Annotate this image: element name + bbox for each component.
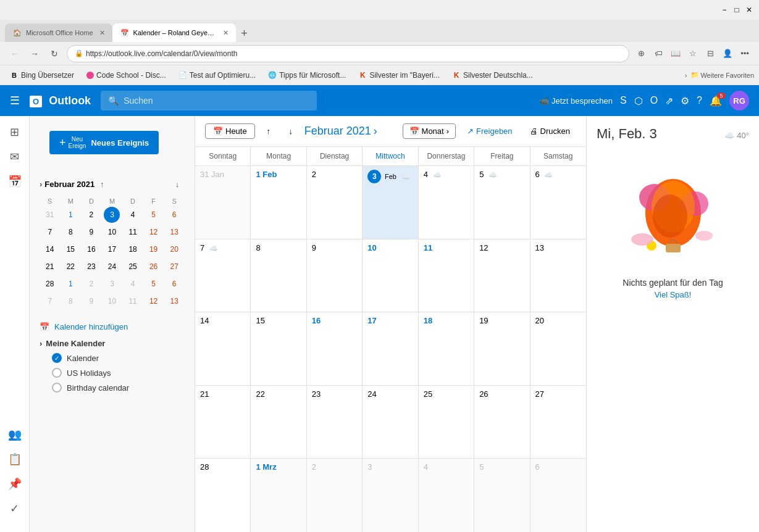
cell-6mrz[interactable]: 6 bbox=[530, 459, 586, 532]
cell-4mrz[interactable]: 4 bbox=[419, 459, 474, 532]
cell-1feb[interactable]: 1 Feb bbox=[251, 166, 306, 239]
cell-22[interactable]: 22 bbox=[251, 386, 306, 459]
mini-day-7mrz[interactable]: 7 bbox=[42, 293, 58, 309]
mini-day-11[interactable]: 11 bbox=[125, 224, 141, 240]
next-month-button[interactable]: ↓ bbox=[282, 123, 300, 140]
bookmark-bing[interactable]: B Bing Übersetzer bbox=[5, 70, 79, 81]
mini-day-22[interactable]: 22 bbox=[62, 259, 78, 275]
cell-31jan[interactable]: 31 Jan bbox=[195, 166, 251, 239]
search-box[interactable]: 🔍 bbox=[101, 91, 317, 110]
mini-day-13mrz[interactable]: 13 bbox=[166, 293, 182, 309]
bookmark-silvester2[interactable]: K Silvester Deutschla... bbox=[447, 70, 538, 81]
bookmark-tipps[interactable]: 🌐 Tipps für Microsoft... bbox=[263, 70, 351, 81]
calendar-item-kalender[interactable]: ✓ Kalender bbox=[40, 351, 185, 365]
sidebar-icon-check[interactable]: ✓ bbox=[4, 497, 26, 520]
url-bar[interactable]: 🔒 https://outlook.live.com/calendar/0/vi… bbox=[67, 45, 629, 62]
back-button[interactable]: ← bbox=[7, 46, 22, 61]
mini-day-6[interactable]: 6 bbox=[166, 207, 182, 223]
mini-day-15[interactable]: 15 bbox=[62, 241, 78, 257]
mini-day-8mrz[interactable]: 8 bbox=[62, 293, 78, 309]
cell-9[interactable]: 9 bbox=[307, 239, 363, 312]
cell-20[interactable]: 20 bbox=[530, 312, 586, 385]
bookmark-silvester1[interactable]: K Silvester im "Bayeri... bbox=[353, 70, 445, 81]
cell-23[interactable]: 23 bbox=[307, 386, 363, 459]
menu-button[interactable]: ☰ bbox=[10, 94, 20, 107]
user-avatar[interactable]: RG bbox=[729, 91, 749, 110]
calendar-item-us-holidays[interactable]: US Holidays bbox=[40, 365, 185, 380]
print-button[interactable]: 🖨 Drucken bbox=[524, 124, 576, 138]
cell-16[interactable]: 16 bbox=[307, 312, 363, 385]
mini-day-24[interactable]: 24 bbox=[104, 259, 120, 275]
profile-icon[interactable]: 👤 bbox=[721, 47, 734, 60]
mini-day-7[interactable]: 7 bbox=[42, 224, 58, 240]
prev-month-button[interactable]: ↑ bbox=[260, 123, 277, 140]
sidebar-icon-people[interactable]: 👥 bbox=[4, 423, 26, 446]
browser-tab-1[interactable]: 🏠 Microsoft Office Home ✕ bbox=[5, 23, 112, 42]
cell-11[interactable]: 11 bbox=[419, 239, 474, 312]
mini-day-8[interactable]: 8 bbox=[62, 224, 78, 240]
cell-10[interactable]: 10 bbox=[363, 239, 418, 312]
sidebar-icon-calendar[interactable]: 📅 bbox=[4, 170, 26, 193]
cell-4feb[interactable]: 4 ☁️ bbox=[419, 166, 474, 239]
my-calendars-header[interactable]: › Meine Kalender bbox=[40, 336, 185, 351]
mini-day-28[interactable]: 28 bbox=[42, 276, 58, 292]
mini-day-9[interactable]: 9 bbox=[83, 224, 99, 240]
cell-1mrz[interactable]: 1 Mrz bbox=[251, 459, 306, 532]
mini-day-10[interactable]: 10 bbox=[104, 224, 120, 240]
mini-day-4mrz[interactable]: 4 bbox=[125, 276, 141, 292]
cell-2mrz[interactable]: 2 bbox=[307, 459, 363, 532]
mini-day-4[interactable]: 4 bbox=[125, 207, 141, 223]
mini-day-18[interactable]: 18 bbox=[125, 241, 141, 257]
mini-day-3[interactable]: 3 bbox=[104, 207, 120, 223]
mini-day-16[interactable]: 16 bbox=[83, 241, 99, 257]
sidebar-icon-sticky[interactable]: 📌 bbox=[4, 473, 26, 495]
new-event-button[interactable]: + Neu Ereign Neues Ereignis bbox=[49, 131, 159, 154]
close-button[interactable]: ✕ bbox=[744, 5, 754, 15]
view-selector-button[interactable]: 📅 Monat › bbox=[403, 123, 456, 139]
sidebar-icon-mail[interactable]: ✉ bbox=[4, 146, 26, 168]
cell-24[interactable]: 24 bbox=[363, 386, 418, 459]
kalender-checkbox[interactable]: ✓ bbox=[52, 353, 62, 363]
cell-17[interactable]: 17 bbox=[363, 312, 418, 385]
cell-27[interactable]: 27 bbox=[530, 386, 586, 459]
sidebar-icon-tasks[interactable]: 📋 bbox=[4, 448, 26, 470]
mini-day-31jan[interactable]: 31 bbox=[42, 207, 58, 223]
cell-7[interactable]: 7 ☁️ bbox=[195, 239, 251, 312]
us-holidays-checkbox[interactable] bbox=[52, 368, 62, 378]
mini-day-13[interactable]: 13 bbox=[166, 224, 182, 240]
cell-14[interactable]: 14 bbox=[195, 312, 251, 385]
cell-5feb[interactable]: 5 ☁️ bbox=[474, 166, 530, 239]
mini-day-10mrz[interactable]: 10 bbox=[104, 293, 120, 309]
mini-day-2mrz[interactable]: 2 bbox=[83, 276, 99, 292]
month-label[interactable]: Februar 2021 › bbox=[304, 125, 377, 138]
outlook-icon-button[interactable]: O bbox=[650, 95, 658, 106]
cell-13[interactable]: 13 bbox=[530, 239, 586, 312]
cell-28[interactable]: 28 bbox=[195, 459, 251, 532]
cell-25[interactable]: 25 bbox=[419, 386, 474, 459]
today-button[interactable]: 📅 Heute bbox=[205, 123, 255, 139]
favorites-icon[interactable]: ☆ bbox=[686, 47, 700, 60]
birthday-checkbox[interactable] bbox=[52, 383, 62, 393]
mini-day-19[interactable]: 19 bbox=[146, 241, 162, 257]
cell-3feb[interactable]: 3 Feb ☁️ bbox=[363, 166, 418, 239]
mini-day-20[interactable]: 20 bbox=[166, 241, 182, 257]
search-input[interactable] bbox=[124, 96, 309, 106]
skype-button[interactable]: S bbox=[620, 95, 627, 106]
calendar-item-birthday[interactable]: Birthday calendar bbox=[40, 380, 185, 395]
minimize-button[interactable]: − bbox=[719, 5, 729, 15]
mini-day-5[interactable]: 5 bbox=[146, 207, 162, 223]
bookmarks-more-button[interactable]: › 📁 Weitere Favoriten bbox=[685, 71, 754, 79]
mini-cal-next[interactable]: ↓ bbox=[170, 177, 185, 191]
notifications-button[interactable]: 🔔 5 bbox=[710, 95, 722, 107]
share-button[interactable]: ↗ Freigeben bbox=[461, 124, 519, 138]
mini-day-5mrz[interactable]: 5 bbox=[146, 276, 162, 292]
mini-day-12mrz[interactable]: 12 bbox=[146, 293, 162, 309]
mini-cal-chevron[interactable]: › bbox=[40, 180, 42, 189]
more-icon[interactable]: ••• bbox=[738, 47, 752, 60]
mini-day-9mrz[interactable]: 9 bbox=[83, 293, 99, 309]
reading-mode-icon[interactable]: 📖 bbox=[669, 47, 682, 60]
browser-tab-2[interactable]: 📅 Kalender – Roland Geyer – Outlo... ✕ bbox=[112, 23, 236, 42]
mini-day-6mrz[interactable]: 6 bbox=[166, 276, 182, 292]
share-button[interactable]: ⇗ bbox=[665, 95, 673, 107]
cell-15[interactable]: 15 bbox=[251, 312, 306, 385]
